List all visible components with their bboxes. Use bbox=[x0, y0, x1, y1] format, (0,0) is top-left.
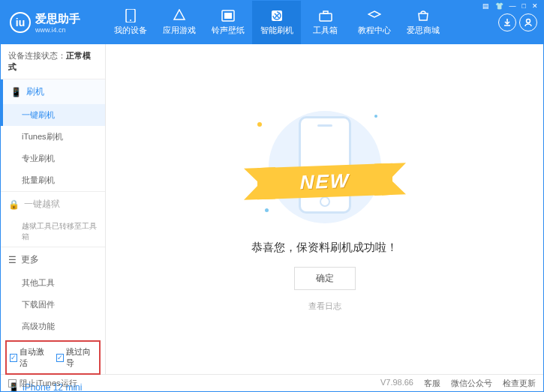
menu-lines-icon: ☰ bbox=[8, 255, 17, 265]
logo-icon: iu bbox=[10, 12, 31, 33]
nav-my-device[interactable]: 我的设备 bbox=[106, 1, 155, 44]
tutorial-icon bbox=[368, 9, 381, 22]
sidebar-section-flash[interactable]: 📱刷机 bbox=[1, 79, 105, 104]
sidebar-item-advanced[interactable]: 高级功能 bbox=[1, 316, 105, 337]
nav-flash[interactable]: 智能刷机 bbox=[252, 1, 301, 44]
wallpaper-icon bbox=[221, 9, 235, 22]
store-icon bbox=[416, 9, 430, 22]
apps-icon bbox=[173, 9, 186, 22]
svg-rect-5 bbox=[320, 13, 332, 21]
user-button[interactable] bbox=[519, 13, 537, 31]
checkbox-block-itunes[interactable] bbox=[8, 379, 17, 388]
nav-apps[interactable]: 应用游戏 bbox=[155, 1, 203, 44]
sidebar: 设备连接状态：正常模式 📱刷机 一键刷机 iTunes刷机 专业刷机 批量刷机 … bbox=[1, 44, 106, 374]
nav-tutorials[interactable]: 教程中心 bbox=[350, 1, 398, 44]
svg-rect-6 bbox=[323, 11, 328, 13]
flash-icon bbox=[270, 9, 284, 22]
maximize-icon[interactable]: □ bbox=[520, 2, 528, 10]
jailbreak-note: 越狱工具已转移至工具箱 bbox=[1, 217, 105, 247]
version-label: V7.98.66 bbox=[380, 378, 413, 389]
checkbox-skip-guide[interactable]: ✓跳过向导 bbox=[56, 346, 97, 369]
flash-options: ✓自动激活 ✓跳过向导 bbox=[5, 340, 101, 375]
main-content: NEW 恭喜您，保资料刷机成功啦！ 确定 查看日志 bbox=[106, 44, 543, 374]
logo[interactable]: iu 爱思助手 www.i4.cn bbox=[1, 12, 106, 34]
svg-rect-3 bbox=[224, 13, 232, 19]
ok-button[interactable]: 确定 bbox=[294, 267, 356, 290]
window-controls: ▤ 👕 — □ ✕ bbox=[477, 1, 543, 11]
sidebar-item-download-firmware[interactable]: 下载固件 bbox=[1, 294, 105, 316]
ribbon-text: NEW bbox=[299, 169, 350, 193]
minimize-icon[interactable]: — bbox=[507, 2, 518, 10]
download-button[interactable] bbox=[498, 13, 516, 31]
app-url: www.i4.cn bbox=[35, 26, 80, 34]
sidebar-item-other-tools[interactable]: 其他工具 bbox=[1, 272, 105, 294]
skin-icon[interactable]: 👕 bbox=[493, 2, 506, 10]
success-illustration: NEW bbox=[250, 107, 400, 227]
sidebar-item-itunes-flash[interactable]: iTunes刷机 bbox=[1, 126, 105, 148]
phone-icon bbox=[124, 9, 137, 22]
sidebar-item-pro-flash[interactable]: 专业刷机 bbox=[1, 148, 105, 169]
svg-point-7 bbox=[527, 19, 530, 23]
toolbox-icon bbox=[319, 9, 332, 22]
phone-small-icon: 📱 bbox=[11, 87, 22, 97]
nav-ringtones[interactable]: 铃声壁纸 bbox=[203, 1, 252, 44]
nav-toolbox[interactable]: 工具箱 bbox=[301, 1, 350, 44]
main-nav: 我的设备 应用游戏 铃声壁纸 智能刷机 工具箱 教程中心 爱思商城 bbox=[106, 1, 492, 44]
close-icon[interactable]: ✕ bbox=[530, 2, 540, 10]
footer-wechat[interactable]: 微信公众号 bbox=[451, 378, 492, 389]
header: iu 爱思助手 www.i4.cn 我的设备 应用游戏 铃声壁纸 智能刷机 工具… bbox=[1, 1, 543, 44]
svg-point-1 bbox=[130, 19, 131, 21]
footer-check-update[interactable]: 检查更新 bbox=[503, 378, 536, 389]
sidebar-section-more[interactable]: ☰更多 bbox=[1, 247, 105, 272]
sidebar-item-batch-flash[interactable]: 批量刷机 bbox=[1, 169, 105, 191]
app-name: 爱思助手 bbox=[35, 12, 80, 26]
check-icon: ✓ bbox=[56, 354, 64, 362]
check-icon: ✓ bbox=[10, 354, 17, 362]
nav-store[interactable]: 爱思商城 bbox=[398, 1, 447, 44]
menu-icon[interactable]: ▤ bbox=[480, 2, 491, 10]
view-log-link[interactable]: 查看日志 bbox=[308, 301, 341, 312]
success-message: 恭喜您，保资料刷机成功啦！ bbox=[251, 241, 398, 255]
footer-support[interactable]: 客服 bbox=[424, 378, 440, 389]
sidebar-item-oneclick-flash[interactable]: 一键刷机 bbox=[1, 104, 105, 126]
lock-icon: 🔒 bbox=[8, 199, 20, 210]
block-itunes-label: 阻止iTunes运行 bbox=[20, 378, 77, 389]
checkbox-auto-activate[interactable]: ✓自动激活 bbox=[10, 346, 50, 369]
sidebar-section-jailbreak: 🔒一键越狱 bbox=[1, 192, 105, 217]
connection-status: 设备连接状态：正常模式 bbox=[1, 44, 105, 79]
